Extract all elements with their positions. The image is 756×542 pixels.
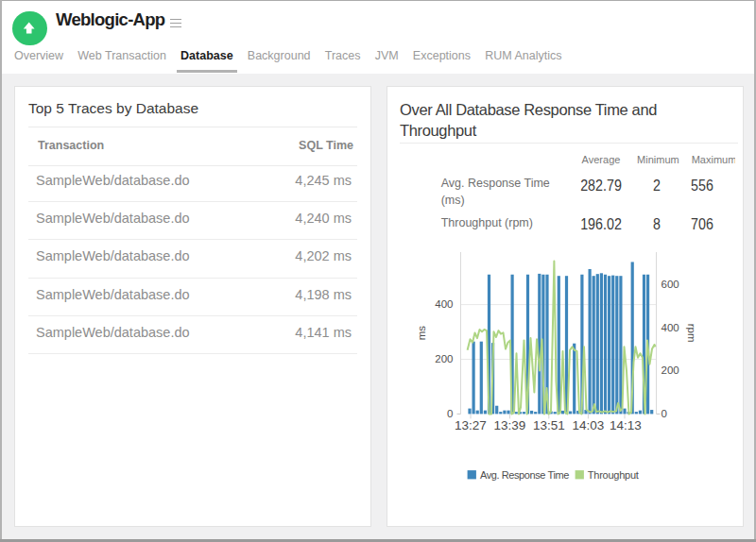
svg-text:600: 600 bbox=[662, 279, 679, 290]
svg-text:13:51: 13:51 bbox=[533, 418, 565, 432]
svg-text:14:03: 14:03 bbox=[573, 418, 605, 432]
svg-text:0: 0 bbox=[662, 408, 667, 419]
svg-text:400: 400 bbox=[662, 322, 679, 333]
svg-text:0: 0 bbox=[447, 408, 453, 419]
svg-text:13:39: 13:39 bbox=[494, 418, 526, 432]
svg-text:400: 400 bbox=[435, 298, 453, 310]
svg-text:200: 200 bbox=[435, 353, 453, 364]
svg-text:ms: ms bbox=[417, 326, 428, 341]
svg-text:14:13: 14:13 bbox=[610, 418, 642, 432]
svg-text:200: 200 bbox=[662, 364, 679, 376]
svg-text:Throughput: Throughput bbox=[588, 469, 639, 481]
svg-text:13:27: 13:27 bbox=[455, 418, 487, 432]
svg-text:Avg. Response Time: Avg. Response Time bbox=[480, 469, 569, 481]
svg-text:rpm: rpm bbox=[686, 324, 697, 343]
